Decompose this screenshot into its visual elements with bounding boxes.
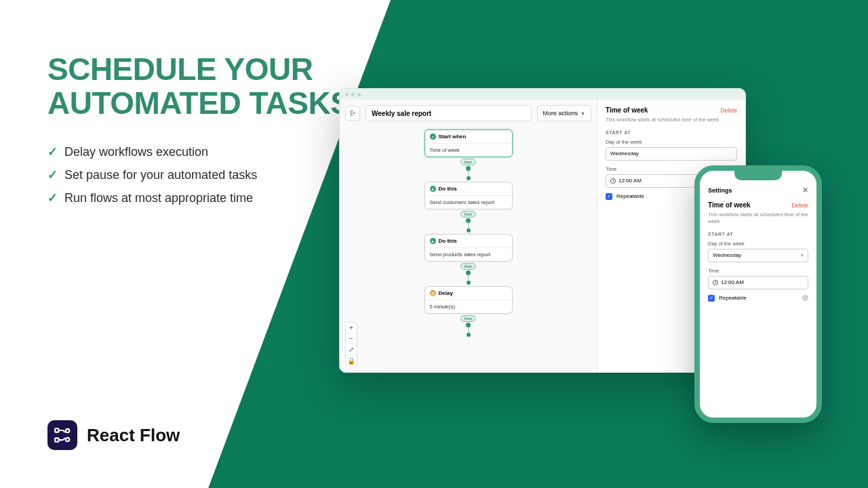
edge-label: then [460,315,477,322]
field-label: Day of the week [606,139,737,145]
time-input[interactable]: 12:00 AM [708,276,808,289]
repeatable-checkbox[interactable]: ✓ [708,295,715,302]
back-button[interactable] [345,106,360,121]
clock-icon [610,178,616,184]
workflow-title-input[interactable]: Weekly sale report [366,105,532,121]
traffic-light-icon [357,93,361,96]
delay-node[interactable]: ◴Delay 5 minute(s) [425,286,513,314]
traffic-light-icon [351,93,355,96]
chevron-down-icon: ▼ [580,111,585,116]
traffic-light-icon [345,93,349,96]
bullet-text: Run flows at most appropriate time [64,191,253,205]
node-body-label: Send products sales report [425,248,512,261]
svg-point-2 [66,429,69,432]
check-icon: ✓ [47,144,58,159]
check-icon: ✓ [47,167,58,182]
help-icon[interactable]: ? [802,295,808,301]
checkbox-label: Repeatable [719,295,747,301]
close-icon[interactable]: ✕ [802,186,808,195]
delete-button[interactable]: Delete [720,107,737,114]
node-head-label: Delay [439,290,453,296]
action-node[interactable]: ▸Do this Send customers sales report [425,182,513,209]
trigger-node[interactable]: ✓Start when Time of week [425,129,513,157]
phone-notch [734,171,782,180]
node-head-label: Do this [439,238,457,244]
day-select[interactable]: Wednesday [606,147,737,161]
repeatable-checkbox[interactable]: ✓ [606,193,612,200]
section-heading: START AT [708,232,808,237]
mobile-header-title: Settings [708,187,732,194]
flow-logo-icon [47,420,77,450]
flow-canvas[interactable]: Weekly sale report More actions▼ ✓Start … [340,100,597,372]
sidebar-description: This workflow starts at scheduled time o… [606,117,737,123]
node-body-label: Send customers sales report [425,196,512,209]
svg-point-3 [66,438,69,441]
svg-rect-0 [55,428,58,432]
edge-connector: then [460,159,477,180]
node-body-label: Time of week [425,144,512,157]
mobile-mockup: Settings ✕ Time of week Delete This work… [694,165,822,423]
check-icon: ✓ [47,190,58,205]
action-node[interactable]: ▸Do this Send products sales report [425,234,513,262]
brand-name: React Flow [87,425,180,446]
fit-view-button[interactable]: ⤢ [346,344,357,355]
canvas-toolbar: Weekly sale report More actions▼ [345,105,591,121]
list-item: ✓Delay workflows execution [47,144,373,159]
edge-label: then [460,159,477,165]
page-title: SCHEDULE YOUR AUTOMATED TASKS [47,53,373,120]
zoom-out-button[interactable]: − [346,333,357,344]
delete-edge-icon[interactable] [466,270,471,275]
desktop-mockup: Weekly sale report More actions▼ ✓Start … [339,88,746,373]
delete-edge-icon[interactable] [466,323,471,327]
lock-button[interactable]: 🔒 [346,355,357,366]
mobile-description: This workflow starts at scheduled time o… [708,211,808,225]
svg-rect-1 [55,438,58,441]
edge-label: then [460,263,477,270]
node-head-label: Start when [439,134,467,140]
clock-icon [713,280,718,285]
feature-bullets: ✓Delay workflows execution ✓Set pause fo… [47,144,373,205]
list-item: ✓Set pause for your automated tasks [47,167,373,182]
check-circle-icon: ✓ [430,134,436,140]
node-head-label: Do this [439,186,457,192]
field-label: Time [708,268,808,274]
edge-label: then [460,211,477,218]
edge-connector: then [460,211,477,232]
zoom-controls: + − ⤢ 🔒 [345,322,357,367]
brand-logo: React Flow [47,420,180,450]
clock-icon: ◴ [430,290,436,296]
mobile-section-title: Time of week [708,201,751,209]
sidebar-title: Time of week [606,106,648,114]
section-heading: START AT [606,130,737,135]
delete-button[interactable]: Delete [791,202,808,209]
edge-connector: then [460,263,477,285]
more-actions-button[interactable]: More actions▼ [537,105,591,121]
bullet-text: Set pause for your automated tasks [64,168,257,182]
checkbox-label: Repeatable [616,193,644,199]
zoom-in-button[interactable]: + [346,323,357,333]
bullet-text: Delay workflows execution [64,145,208,159]
play-circle-icon: ▸ [430,238,436,244]
delete-edge-icon[interactable] [466,218,471,223]
node-body-label: 5 minute(s) [425,300,512,313]
window-chrome [340,89,745,100]
delete-edge-icon[interactable] [466,166,471,171]
play-circle-icon: ▸ [430,186,436,192]
edge-connector: then [460,315,477,337]
workflow-graph: ✓Start when Time of week then ▸Do this S… [425,129,513,338]
field-label: Day of the week [708,241,808,247]
hero-section: SCHEDULE YOUR AUTOMATED TASKS ✓Delay wor… [47,53,373,214]
list-item: ✓Run flows at most appropriate time [47,190,373,205]
day-select[interactable]: Wednesday [708,249,808,262]
